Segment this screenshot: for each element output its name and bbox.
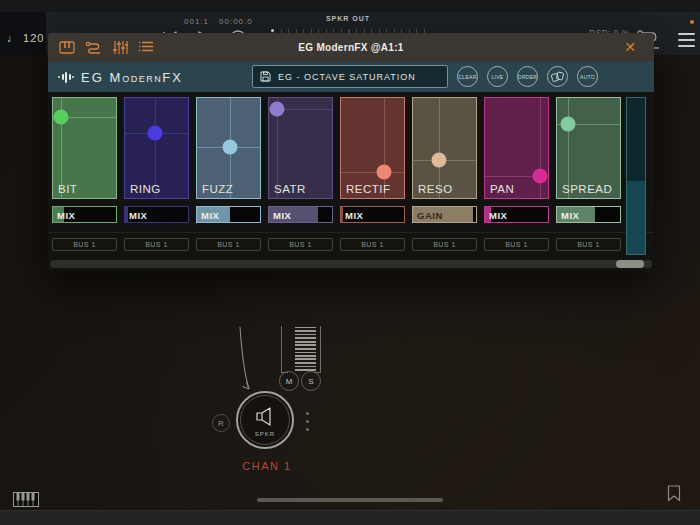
bus-buttons-row: BUS 1BUS 1BUS 1BUS 1BUS 1BUS 1BUS 1BUS 1: [52, 238, 621, 251]
solo-button[interactable]: S: [301, 371, 321, 391]
xy-pad-pan[interactable]: PAN: [484, 97, 549, 199]
keyboard-icon[interactable]: [13, 492, 39, 507]
mixer-view-icon[interactable]: [112, 40, 128, 55]
slider-label: MIX: [201, 209, 219, 220]
slider-label: MIX: [57, 209, 75, 220]
satr-mix-slider[interactable]: MIX: [268, 206, 333, 223]
order-button[interactable]: ORDER: [517, 66, 538, 87]
cable-arrowhead: [243, 382, 250, 390]
reso-gain-slider[interactable]: GAIN: [412, 206, 477, 223]
xy-pad-satr[interactable]: SATR: [268, 97, 333, 199]
xy-pad-spread[interactable]: SPREAD: [556, 97, 621, 199]
clear-button[interactable]: CLEAR: [457, 66, 478, 87]
slider-label: MIX: [489, 209, 507, 220]
speaker-node-label: SPKR: [238, 431, 292, 437]
pan-mix-slider[interactable]: MIX: [484, 206, 549, 223]
fuzz-mix-slider[interactable]: MIX: [196, 206, 261, 223]
pad-handle-satr[interactable]: [269, 102, 284, 117]
fx-scrollbar[interactable]: [50, 260, 652, 268]
xy-pads-row: BITRINGFUZZSATRRECTIFRESOPANSPREAD: [52, 97, 621, 199]
pad-label-satr: SATR: [274, 183, 306, 195]
list-view-icon[interactable]: [138, 40, 154, 55]
pad-handle-pan[interactable]: [533, 169, 548, 184]
record-arm-button[interactable]: R: [212, 414, 230, 432]
channel-fader[interactable]: [295, 327, 316, 372]
waveform-logo-icon: [58, 72, 74, 83]
tempo-note-icon: ♩: [7, 32, 19, 44]
cards-icon[interactable]: [547, 66, 568, 87]
app-screen: ♩ 120 001:1 00:00.0 SPKR OUT -60-48-36-2…: [0, 0, 700, 525]
hamburger-menu-icon[interactable]: [678, 33, 695, 51]
time-clock: 00:00.0: [219, 17, 253, 26]
slider-label: MIX: [561, 209, 579, 220]
ring-mix-slider[interactable]: MIX: [124, 206, 189, 223]
live-button[interactable]: LIVE: [487, 66, 508, 87]
slider-label: MIX: [273, 209, 291, 220]
node-drag-handle[interactable]: [306, 412, 309, 436]
pad-label-reso: RESO: [418, 183, 453, 195]
pad-label-spread: SPREAD: [562, 183, 612, 195]
keyboard-view-icon[interactable]: [59, 40, 75, 55]
time-display: 001:1 00:00.0: [184, 17, 253, 26]
notification-dot: [690, 20, 694, 24]
reso-bus-button[interactable]: BUS 1: [412, 238, 477, 251]
fx-scrollbar-handle[interactable]: [616, 260, 644, 268]
preset-name: EG - OCTAVE SATURATION: [278, 72, 416, 82]
xy-pad-ring[interactable]: RING: [124, 97, 189, 199]
pad-handle-spread[interactable]: [561, 117, 576, 132]
bookmark-icon[interactable]: [667, 485, 681, 502]
xy-pad-rectif[interactable]: RECTIF: [340, 97, 405, 199]
canvas-horizontal-scrollbar[interactable]: [257, 498, 443, 502]
pad-handle-bit[interactable]: [53, 110, 68, 125]
pad-handle-reso[interactable]: [432, 153, 447, 168]
time-bars: 001:1: [184, 17, 209, 26]
fx-body: BITRINGFUZZSATRRECTIFRESOPANSPREAD MIXMI…: [48, 92, 654, 271]
status-strip: [0, 0, 700, 12]
speaker-icon: [253, 406, 277, 426]
xy-pad-fuzz[interactable]: FUZZ: [196, 97, 261, 199]
pad-handle-fuzz[interactable]: [223, 140, 238, 155]
pan-bus-button[interactable]: BUS 1: [484, 238, 549, 251]
rectif-mix-slider[interactable]: MIX: [340, 206, 405, 223]
pad-crosshair-h: [341, 172, 404, 173]
mute-button[interactable]: M: [279, 371, 299, 391]
meter-level-dot-left: [271, 29, 274, 32]
bit-bus-button[interactable]: BUS 1: [52, 238, 117, 251]
pad-handle-rectif[interactable]: [376, 165, 391, 180]
pad-label-fuzz: FUZZ: [202, 183, 233, 195]
satr-bus-button[interactable]: BUS 1: [268, 238, 333, 251]
fx-window-titlebar[interactable]: EG ModernFX @A1:1 ✕: [48, 33, 654, 62]
pad-handle-ring[interactable]: [148, 126, 163, 141]
slider-fill: [125, 207, 128, 222]
speaker-node[interactable]: SPKR: [236, 391, 294, 449]
route-view-icon[interactable]: [85, 40, 102, 55]
fx-toolbar: EG MODERNFX EG - OCTAVE SATURATION CLEAR…: [48, 62, 654, 92]
save-icon[interactable]: [260, 71, 271, 82]
ring-bus-button[interactable]: BUS 1: [124, 238, 189, 251]
pad-label-rectif: RECTIF: [346, 183, 391, 195]
plugin-name: EG MODERNFX: [81, 70, 183, 85]
output-level-strip[interactable]: [626, 97, 646, 255]
pad-label-ring: RING: [130, 183, 161, 195]
rectif-bus-button[interactable]: BUS 1: [340, 238, 405, 251]
row-divider: [48, 232, 654, 233]
preset-selector[interactable]: EG - OCTAVE SATURATION: [252, 65, 448, 88]
slider-label: MIX: [129, 209, 147, 220]
xy-pad-bit[interactable]: BIT: [52, 97, 117, 199]
spread-bus-button[interactable]: BUS 1: [556, 238, 621, 251]
bottom-bar: [0, 510, 700, 525]
tempo-value: ♩ 120: [7, 32, 44, 44]
xy-pad-reso[interactable]: RESO: [412, 97, 477, 199]
pad-label-bit: BIT: [58, 183, 77, 195]
close-button[interactable]: ✕: [624, 33, 636, 62]
bit-mix-slider[interactable]: MIX: [52, 206, 117, 223]
fuzz-bus-button[interactable]: BUS 1: [196, 238, 261, 251]
auto-button[interactable]: AUTO: [577, 66, 598, 87]
mix-sliders-row: MIXMIXMIXMIXMIXGAINMIXMIX: [52, 206, 621, 223]
toolbar-round-buttons: CLEARLIVEORDERAUTO: [457, 66, 598, 87]
fader-bracket-right: [314, 326, 321, 373]
channel-name[interactable]: CHAN 1: [217, 460, 317, 472]
fx-plugin-window: EG ModernFX @A1:1 ✕ EG MODERNFX EG - OCT…: [48, 33, 654, 271]
spread-mix-slider[interactable]: MIX: [556, 206, 621, 223]
tempo-display[interactable]: ♩ 120: [0, 12, 46, 55]
